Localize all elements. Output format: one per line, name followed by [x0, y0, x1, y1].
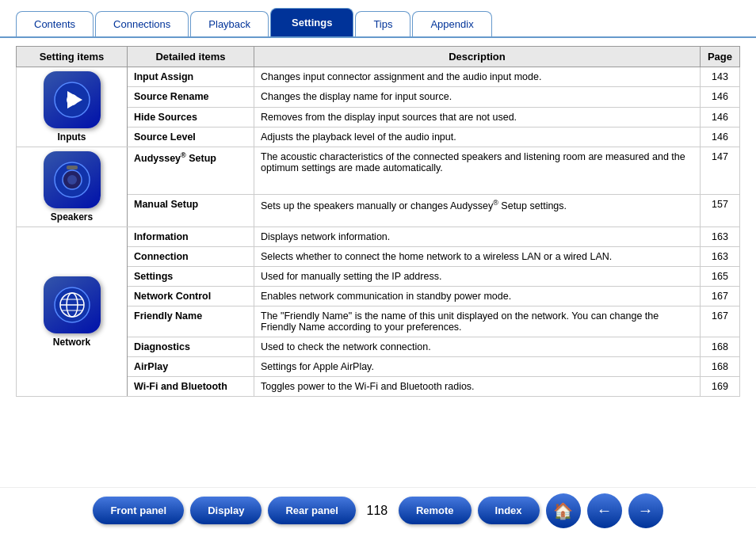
table-row: Speakers Audyssey® Setup The acoustic ch… — [17, 147, 740, 195]
wifi-bluetooth-page: 169 — [701, 377, 740, 397]
front-panel-button[interactable]: Front panel — [93, 497, 184, 524]
header-page: Page — [701, 47, 740, 67]
hide-sources-desc: Removes from the display input sources t… — [254, 107, 701, 127]
hide-sources-label: Hide Sources — [128, 107, 254, 127]
diagnostics-desc: Used to check the network connection. — [254, 337, 701, 357]
speakers-icon-svg — [52, 160, 92, 200]
hide-sources-page: 146 — [701, 107, 740, 127]
speakers-icon — [44, 151, 101, 208]
connection-label: Connection — [128, 247, 254, 267]
source-rename-desc: Changes the display name for input sourc… — [254, 87, 701, 107]
information-label: Information — [128, 227, 254, 247]
airplay-label: AirPlay — [128, 357, 254, 377]
settings-desc: Used for manually setting the IP address… — [254, 267, 701, 287]
connection-page: 163 — [701, 247, 740, 267]
tab-tips[interactable]: Tips — [355, 11, 410, 36]
table-header-row: Setting items Detailed items Description… — [17, 47, 740, 67]
home-icon: 🏠 — [553, 501, 573, 520]
header-setting: Setting items — [17, 47, 128, 67]
connection-desc: Selects whether to connect the home netw… — [254, 247, 701, 267]
manual-setup-label: Manual Setup — [128, 194, 254, 227]
tab-appendix[interactable]: Appendix — [412, 11, 491, 36]
information-page: 163 — [701, 227, 740, 247]
back-icon: ← — [597, 501, 613, 520]
svg-rect-7 — [67, 166, 78, 169]
manual-setup-page: 157 — [701, 194, 740, 227]
tab-settings[interactable]: Settings — [270, 8, 353, 36]
page-number: 118 — [365, 504, 389, 518]
source-level-label: Source Level — [128, 127, 254, 147]
friendly-name-label: Friendly Name — [128, 306, 254, 337]
input-assign-desc: Changes input connector assignment and t… — [254, 67, 701, 87]
svg-point-5 — [67, 175, 77, 185]
source-rename-label: Source Rename — [128, 87, 254, 107]
airplay-desc: Settings for Apple AirPlay. — [254, 357, 701, 377]
source-rename-page: 146 — [701, 87, 740, 107]
inputs-label: Inputs — [21, 131, 123, 143]
tab-contents[interactable]: Contents — [16, 11, 94, 36]
inputs-icon — [44, 71, 101, 128]
network-icon — [44, 276, 101, 333]
diagnostics-label: Diagnostics — [128, 337, 254, 357]
airplay-page: 168 — [701, 357, 740, 377]
network-label: Network — [21, 337, 123, 348]
audyssey-setup-desc: The acoustic characteristics of the conn… — [254, 147, 701, 195]
forward-button[interactable]: → — [628, 493, 663, 528]
network-control-page: 167 — [701, 287, 740, 306]
home-button[interactable]: 🏠 — [546, 493, 581, 528]
forward-icon: → — [638, 501, 654, 520]
header-detail: Detailed items — [128, 47, 254, 67]
rear-panel-button[interactable]: Rear panel — [268, 497, 355, 524]
inputs-icon-cell: Inputs — [17, 67, 128, 147]
information-desc: Displays network information. — [254, 227, 701, 247]
display-button[interactable]: Display — [190, 497, 262, 524]
settings-table: Setting items Detailed items Description… — [16, 46, 740, 397]
wifi-bluetooth-label: Wi-Fi and Bluetooth — [128, 377, 254, 397]
table-row: Network Information Displays network inf… — [17, 227, 740, 247]
tab-playback[interactable]: Playback — [190, 11, 269, 36]
input-assign-page: 143 — [701, 67, 740, 87]
friendly-name-desc: The "Friendly Name" is the name of this … — [254, 306, 701, 337]
network-control-label: Network Control — [128, 287, 254, 306]
main-content: Setting items Detailed items Description… — [0, 36, 756, 405]
nav-tabs: Contents Connections Playback Settings T… — [0, 0, 756, 36]
network-icon-svg — [52, 285, 92, 325]
table-row: Inputs Input Assign Changes input connec… — [17, 67, 740, 87]
manual-setup-desc: Sets up the speakers manually or changes… — [254, 194, 701, 227]
friendly-name-page: 167 — [701, 306, 740, 337]
wifi-bluetooth-desc: Toggles power to the Wi-Fi and Bluetooth… — [254, 377, 701, 397]
input-assign-label: Input Assign — [128, 67, 254, 87]
index-button[interactable]: Index — [478, 497, 540, 524]
remote-button[interactable]: Remote — [399, 497, 472, 524]
header-description: Description — [254, 47, 701, 67]
tab-connections[interactable]: Connections — [95, 11, 189, 36]
back-button[interactable]: ← — [587, 493, 622, 528]
settings-label: Settings — [128, 267, 254, 287]
diagnostics-page: 168 — [701, 337, 740, 357]
source-level-page: 146 — [701, 127, 740, 147]
audyssey-setup-label: Audyssey® Setup — [128, 147, 254, 195]
inputs-icon-svg — [52, 80, 92, 120]
speakers-label: Speakers — [21, 211, 123, 223]
network-control-desc: Enables network communication in standby… — [254, 287, 701, 306]
network-icon-cell: Network — [17, 227, 128, 397]
footer: Front panel Display Rear panel 118 Remot… — [0, 487, 756, 533]
settings-page: 165 — [701, 267, 740, 287]
audyssey-setup-page: 147 — [701, 147, 740, 195]
speakers-icon-cell: Speakers — [17, 147, 128, 227]
source-level-desc: Adjusts the playback level of the audio … — [254, 127, 701, 147]
